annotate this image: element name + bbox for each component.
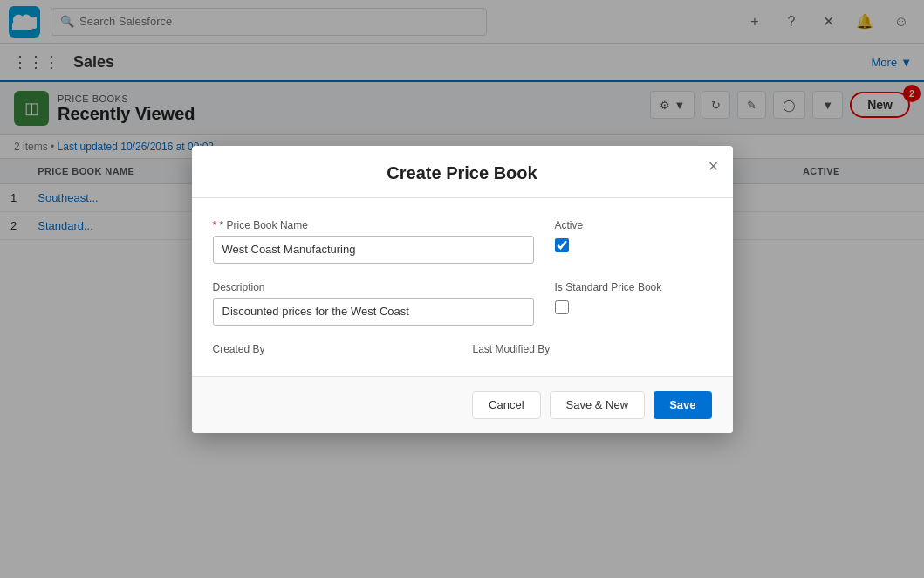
active-group: Active xyxy=(555,219,712,264)
standard-price-book-checkbox[interactable] xyxy=(555,300,569,314)
description-input[interactable] xyxy=(213,298,534,326)
description-label: Description xyxy=(213,281,534,293)
description-group: Description xyxy=(213,281,534,326)
save-new-button[interactable]: Save & New xyxy=(550,391,646,419)
last-modified-by-label: Last Modified By xyxy=(473,343,712,355)
cancel-button[interactable]: Cancel xyxy=(472,391,540,419)
modal-title: Create Price Book xyxy=(213,163,712,183)
price-book-name-label: * * Price Book Name xyxy=(213,219,534,231)
modal-close-button[interactable]: × xyxy=(708,156,719,176)
price-book-name-input[interactable] xyxy=(213,236,534,264)
standard-price-book-group: Is Standard Price Book xyxy=(555,281,712,326)
active-checkbox[interactable] xyxy=(555,238,569,252)
create-price-book-modal: × Create Price Book * * Price Book Name xyxy=(192,146,733,433)
required-star: * xyxy=(213,219,220,231)
created-by-label: Created By xyxy=(213,343,452,355)
price-book-name-group: * * Price Book Name xyxy=(213,219,534,264)
save-button[interactable]: Save xyxy=(654,391,711,419)
active-label: Active xyxy=(555,219,712,231)
modal-overlay: × Create Price Book * * Price Book Name xyxy=(0,0,924,578)
standard-label: Is Standard Price Book xyxy=(555,281,712,293)
